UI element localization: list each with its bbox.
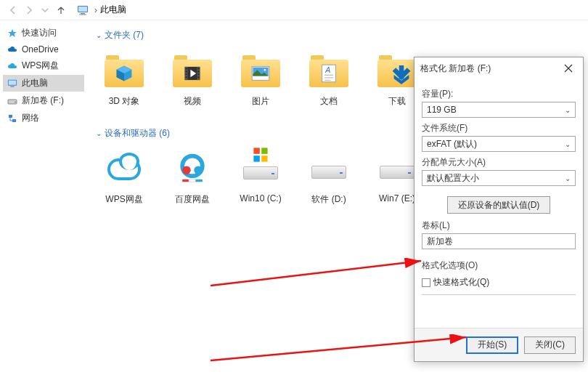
nav-back-button[interactable]	[6, 3, 20, 17]
checkbox-icon	[422, 278, 430, 287]
svg-rect-6	[10, 86, 14, 86]
volume-input[interactable]: 新加卷	[422, 233, 576, 249]
item-label: Win10 (C:)	[240, 193, 281, 203]
svg-rect-5	[9, 80, 17, 84]
item-label: WPS网盘	[105, 193, 142, 206]
network-icon	[7, 113, 17, 124]
chevron-down-icon: ⌄	[565, 106, 571, 114]
sidebar-item-label: 网络	[22, 112, 39, 124]
select-value: exFAT (默认)	[427, 138, 477, 150]
sidebar-item-onedrive[interactable]: OneDrive	[3, 42, 84, 57]
input-value: 新加卷	[427, 235, 453, 248]
item-label: 图片	[252, 95, 269, 108]
svg-rect-10	[12, 119, 16, 122]
sidebar-item-label: OneDrive	[22, 44, 59, 55]
chevron-down-icon: ⌄	[565, 140, 571, 148]
svg-point-32	[194, 166, 203, 174]
folder-documents[interactable]: A 文档	[295, 47, 363, 124]
svg-point-20	[197, 73, 199, 75]
item-label: 文档	[320, 95, 338, 108]
svg-rect-34	[189, 180, 195, 182]
svg-rect-3	[79, 14, 86, 15]
start-button[interactable]: 开始(S)	[466, 336, 518, 354]
checkbox-label: 快速格式化(Q)	[433, 276, 489, 289]
svg-rect-2	[81, 13, 85, 15]
pc-icon	[7, 78, 17, 89]
svg-rect-38	[253, 156, 259, 161]
select-value: 默认配置大小	[427, 172, 479, 185]
caret-down-icon: ⌄	[96, 31, 102, 39]
folder-3d-objects[interactable]: 3D 对象	[90, 47, 158, 124]
drive-c[interactable]: Win10 (C:)	[226, 145, 295, 222]
svg-rect-35	[196, 180, 203, 182]
address-text[interactable]: 此电脑	[100, 4, 126, 16]
svg-rect-39	[261, 156, 267, 161]
nav-forward-button[interactable]	[22, 3, 36, 17]
alloc-label: 分配单元大小(A)	[422, 156, 576, 169]
quick-format-checkbox[interactable]: 快速格式化(Q)	[422, 276, 576, 289]
nav-up-button[interactable]	[54, 3, 68, 17]
options-label: 格式化选项(O)	[422, 259, 576, 272]
address-bar: › 此电脑	[0, 0, 588, 20]
folders-section-header[interactable]: ⌄ 文件夹 (7)	[96, 29, 585, 41]
drive-baidu[interactable]: 百度网盘	[158, 145, 226, 222]
item-label: 3D 对象	[109, 95, 140, 108]
item-label: 下载	[388, 95, 406, 108]
svg-rect-8	[15, 102, 16, 102]
sidebar-item-label: 新加卷 (F:)	[22, 94, 64, 107]
capacity-select[interactable]: 119 GB⌄	[422, 102, 576, 118]
sidebar-item-wps[interactable]: WPS网盘	[3, 57, 84, 74]
alloc-select[interactable]: 默认配置大小⌄	[422, 170, 576, 186]
svg-point-18	[197, 68, 199, 69]
caret-down-icon: ⌄	[96, 129, 102, 137]
sidebar-item-label: 快速访问	[22, 27, 57, 39]
svg-text:A: A	[324, 65, 330, 74]
drive-icon	[7, 96, 17, 106]
svg-point-17	[186, 76, 187, 78]
item-label: 百度网盘	[175, 193, 210, 206]
cloud-icon	[7, 61, 17, 71]
drive-d[interactable]: 软件 (D:)	[295, 145, 363, 222]
close-dialog-button[interactable]: 关闭(C)	[524, 336, 576, 354]
drive-wps[interactable]: WPS网盘	[90, 145, 158, 222]
filesystem-label: 文件系统(F)	[422, 122, 576, 134]
restore-defaults-button[interactable]: 还原设备的默认值(D)	[447, 196, 551, 214]
chevron-right-icon: ›	[94, 5, 97, 15]
filesystem-select[interactable]: exFAT (默认)⌄	[422, 136, 576, 152]
sidebar-item-label: WPS网盘	[22, 60, 59, 72]
svg-point-31	[182, 166, 191, 174]
navigation-pane: 快速访问 OneDrive WPS网盘 此电脑 新加卷 (F:) 网络	[0, 20, 87, 375]
sidebar-item-quick-access[interactable]: 快速访问	[3, 25, 84, 41]
svg-rect-33	[182, 180, 189, 182]
format-dialog: 格式化 新加卷 (F:) 容量(P): 119 GB⌄ 文件系统(F) exFA…	[414, 57, 584, 362]
item-label: Win7 (E:)	[379, 193, 415, 203]
item-label: 软件 (D:)	[311, 193, 346, 206]
folder-pictures[interactable]: 图片	[226, 47, 295, 124]
cloud-icon	[7, 44, 17, 55]
section-title: 设备和驱动器 (6)	[105, 127, 170, 140]
nav-recent-button[interactable]	[38, 3, 52, 17]
svg-point-16	[186, 73, 187, 75]
sidebar-item-volume-f[interactable]: 新加卷 (F:)	[3, 92, 84, 109]
svg-point-19	[197, 70, 199, 72]
sidebar-item-network[interactable]: 网络	[3, 110, 84, 126]
folder-videos[interactable]: 视频	[158, 47, 226, 124]
svg-point-24	[264, 69, 266, 71]
dialog-footer: 开始(S) 关闭(C)	[415, 328, 583, 361]
section-title: 文件夹 (7)	[105, 29, 144, 41]
svg-rect-9	[9, 115, 12, 118]
close-button[interactable]	[555, 59, 581, 78]
capacity-label: 容量(P):	[422, 88, 576, 100]
sidebar-item-this-pc[interactable]: 此电脑	[3, 75, 84, 92]
item-label: 视频	[184, 95, 201, 108]
pc-icon	[77, 4, 89, 16]
svg-rect-36	[253, 148, 259, 153]
chevron-down-icon: ⌄	[565, 174, 571, 182]
svg-point-15	[186, 70, 187, 72]
svg-rect-37	[261, 148, 267, 153]
volume-label: 卷标(L)	[422, 219, 576, 232]
star-icon	[7, 28, 17, 39]
select-value: 119 GB	[427, 105, 457, 115]
svg-point-21	[197, 76, 199, 78]
svg-rect-1	[78, 7, 87, 12]
